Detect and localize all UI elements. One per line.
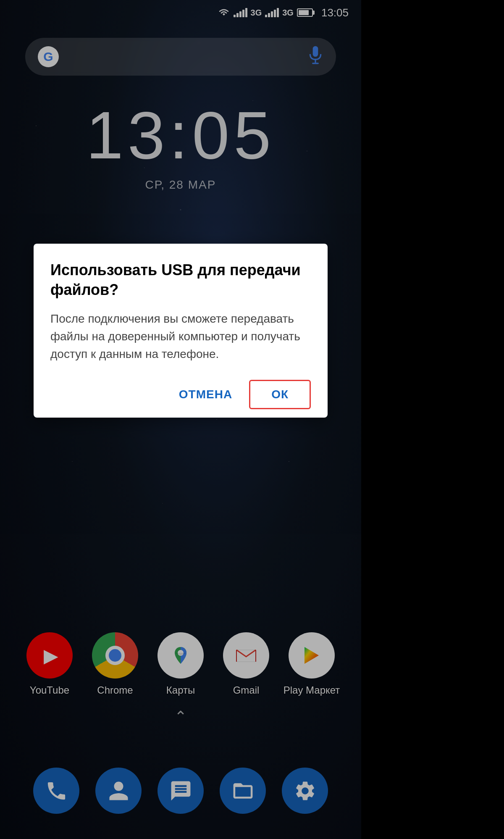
dialog-buttons: ОТМЕНА ОК (50, 380, 311, 409)
cancel-button[interactable]: ОТМЕНА (166, 381, 245, 408)
usb-dialog: Использовать USB для передачи файлов? По… (34, 244, 328, 418)
dialog-body: После подключения вы сможете передавать … (50, 310, 311, 363)
ok-button[interactable]: ОК (249, 380, 311, 409)
phone-frame: 3G 3G 13:05 G (0, 0, 361, 839)
dialog-title: Использовать USB для передачи файлов? (50, 260, 311, 300)
dialog-overlay: Использовать USB для передачи файлов? По… (0, 0, 361, 839)
